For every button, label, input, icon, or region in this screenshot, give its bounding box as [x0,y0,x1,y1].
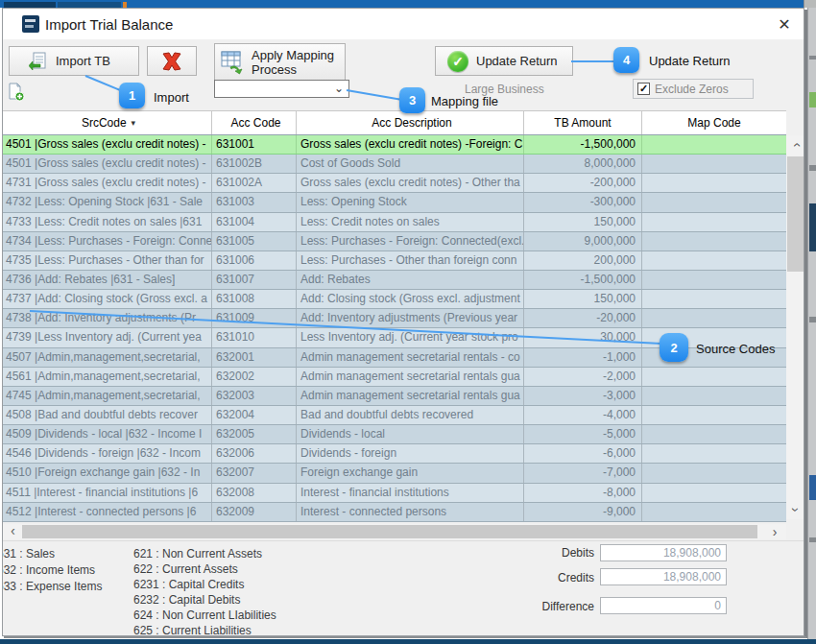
cell-desc[interactable]: Less: Credit notes on sales [297,213,524,231]
cell-amt[interactable]: 150,000 [524,213,642,231]
table-row[interactable]: 4512 |Interest - connected persons |6632… [3,503,786,522]
vertical-scrollbar-thumb[interactable] [787,156,804,272]
cell-desc[interactable]: Cost of Goods Sold [297,155,524,173]
cell-acc[interactable]: 632008 [212,484,297,502]
cell-map[interactable] [642,406,786,424]
cell-amt[interactable]: -200,000 [524,174,642,192]
cell-src[interactable]: 4509 |Dividends - local |632 - Income I [3,425,212,443]
column-header-acc-description[interactable]: Acc Description [297,111,524,134]
exclude-zeros-checkbox[interactable]: ✓ Exclude Zeros [633,79,754,99]
cell-amt[interactable]: 150,000 [524,290,642,308]
cell-desc[interactable]: Less: Purchases - Other than foreign con… [297,251,524,270]
cell-map[interactable] [642,290,786,308]
table-row[interactable]: 4508 |Bad and doubtful debts recover6320… [3,406,786,425]
cell-amt[interactable]: -6,000 [524,444,642,463]
cell-desc[interactable]: Interest - financial institutions [297,484,524,502]
cell-acc[interactable]: 631002A [212,174,297,192]
difference-field[interactable]: 0 [600,597,727,614]
apply-mapping-process-button[interactable]: Apply Mapping Process [214,43,346,81]
column-header-srccode[interactable]: SrcCode▾ [3,111,212,134]
cell-amt[interactable]: -300,000 [524,193,642,211]
cell-desc[interactable]: Less: Purchases - Foreign: Connected(exc… [297,232,524,250]
cell-src[interactable]: 4732 |Less: Opening Stock |631 - Sale [3,193,212,211]
cancel-button[interactable] [147,46,197,76]
scroll-left-icon[interactable]: › [5,525,20,539]
table-row[interactable]: 4501 |Gross sales (exclu credit notes) -… [3,135,786,155]
cell-map[interactable] [642,309,786,327]
cell-src[interactable]: 4561 |Admin,management,secretarial, [3,368,212,386]
cell-amt[interactable]: -1,500,000 [524,135,642,154]
cell-amt[interactable]: -4,000 [524,406,642,424]
cell-src[interactable]: 4739 |Less Inventory adj. (Current yea [3,328,212,346]
update-return-button[interactable]: ✓ Update Return [435,46,573,76]
cell-src[interactable]: 4501 |Gross sales (exclu credit notes) - [3,135,212,154]
cell-acc[interactable]: 631003 [212,193,297,211]
table-row[interactable]: 4738 |Add: Inventory adjustments (Pr6310… [3,309,786,328]
cell-src[interactable]: 4734 |Less: Purchases - Foreign: Conne [3,232,212,250]
cell-map[interactable] [642,425,786,443]
cell-src[interactable]: 4508 |Bad and doubtful debts recover [3,406,212,424]
cell-map[interactable] [642,464,786,482]
cell-map[interactable] [642,174,786,192]
cell-amt[interactable]: -8,000 [524,484,642,502]
table-row[interactable]: 4733 |Less: Credit notes on sales |63163… [3,213,786,232]
cell-src[interactable]: 4735 |Less: Purchases - Other than for [3,251,212,270]
cell-desc[interactable]: Gross sales (exclu credit notes) - Other… [297,174,524,192]
cell-desc[interactable]: Admin management secretarial rentals - c… [297,348,524,367]
table-row[interactable]: 4732 |Less: Opening Stock |631 - Sale631… [3,193,786,212]
cell-src[interactable]: 4512 |Interest - connected persons |6 [3,503,212,521]
table-row[interactable]: 4735 |Less: Purchases - Other than for63… [3,251,786,271]
scroll-right-icon[interactable]: › [767,525,782,539]
horizontal-scrollbar-thumb[interactable] [22,525,757,538]
cell-src[interactable]: 4745 |Admin,management,secretarial, [3,387,212,405]
table-row[interactable]: 4561 |Admin,management,secretarial,63200… [3,368,786,387]
cell-src[interactable]: 4731 |Gross sales (exclu credit notes) - [3,174,212,192]
import-tb-button[interactable]: Import TB [9,46,139,76]
table-row[interactable]: 4734 |Less: Purchases - Foreign: Conne63… [3,232,786,251]
cell-amt[interactable]: -1,500,000 [524,271,642,289]
cell-desc[interactable]: Less: Opening Stock [297,193,524,211]
cell-map[interactable] [642,271,786,289]
column-header-map-code[interactable]: Map Code [642,111,786,134]
checkbox-check-icon[interactable]: ✓ [637,83,650,95]
table-row[interactable]: 4546 |Dividends - foreign |632 - Incom63… [3,444,786,464]
cell-desc[interactable]: Admin management secretarial rentals gua [297,387,524,405]
cell-map[interactable] [642,232,786,250]
cell-desc[interactable]: Dividends - local [297,425,524,443]
credits-field[interactable]: 18,908,000 [600,568,727,585]
close-icon[interactable]: ✕ [775,15,794,35]
cell-desc[interactable]: Interest - connected persons [297,503,524,521]
cell-src[interactable]: 4511 |Interest - financial institutions … [3,484,212,502]
cell-acc[interactable]: 632001 [212,348,297,367]
cell-acc[interactable]: 632002 [212,368,297,386]
column-header-acc-code[interactable]: Acc Code [212,111,297,134]
cell-acc[interactable]: 632007 [212,464,297,482]
cell-map[interactable] [642,193,786,211]
table-row[interactable]: 4510 |Foreign exchange gain |632 - In632… [3,464,786,483]
cell-desc[interactable]: Foreign exchange gain [297,464,524,482]
cell-acc[interactable]: 631008 [212,290,297,308]
table-row[interactable]: 4501 |Gross sales (exclu credit notes) -… [3,155,786,174]
cell-amt[interactable]: -5,000 [524,425,642,443]
cell-map[interactable] [642,155,786,173]
cell-desc[interactable]: Admin management secretarial rentals gua [297,368,524,386]
cell-desc[interactable]: Add: Rebates [297,271,524,289]
cell-acc[interactable]: 632005 [212,425,297,443]
cell-acc[interactable]: 631010 [212,328,297,346]
cell-desc[interactable]: Gross sales (exclu credit notes) -Foreig… [297,135,524,154]
cell-acc[interactable]: 631005 [212,232,297,250]
cell-desc[interactable]: Add: Closing stock (Gross excl. adjustme… [297,290,524,308]
cell-map[interactable] [642,135,786,154]
cell-acc[interactable]: 631004 [212,213,297,231]
cell-src[interactable]: 4510 |Foreign exchange gain |632 - In [3,464,212,482]
cell-map[interactable] [642,213,786,231]
table-row[interactable]: 4737 |Add: Closing stock (Gross excl. a6… [3,290,786,309]
cell-amt[interactable]: -2,000 [524,368,642,386]
cell-src[interactable]: 4736 |Add: Rebates |631 - Sales] [3,271,212,289]
table-row[interactable]: 4736 |Add: Rebates |631 - Sales]631007Ad… [3,271,786,290]
cell-map[interactable] [642,444,786,463]
cell-amt[interactable]: -20,000 [524,309,642,327]
cell-map[interactable] [642,368,786,386]
cell-amt[interactable]: -7,000 [524,464,642,482]
table-row[interactable]: 4511 |Interest - financial institutions … [3,484,786,503]
